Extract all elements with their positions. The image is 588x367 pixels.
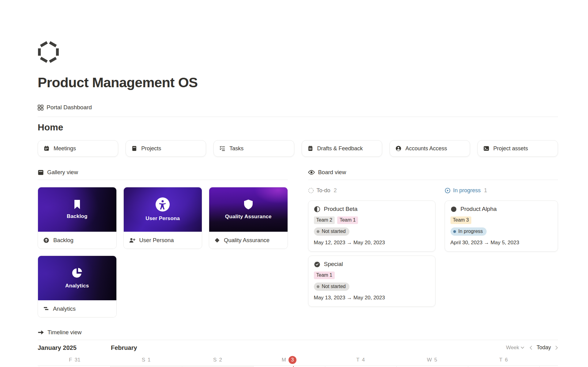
board-view-header[interactable]: Board view	[308, 169, 558, 180]
chevron-left-icon[interactable]	[530, 346, 532, 350]
timeline-view-label: Timeline view	[47, 329, 81, 336]
diamond-icon	[214, 238, 220, 243]
page: Product Management OS Portal Dashboard H…	[0, 0, 588, 367]
timeline-zoom-select[interactable]: Week	[506, 345, 524, 351]
cover-title: Quality Assurance	[225, 214, 272, 220]
status-badge[interactable]: Not started	[314, 227, 349, 236]
timeline-date-row: F31 S1 S2 M3 T4 W5 T6	[39, 354, 539, 365]
timeline-grid-row	[38, 365, 558, 367]
bars-icon	[43, 306, 49, 311]
projects-button[interactable]: Projects	[126, 140, 206, 157]
dashed-circle-icon	[308, 188, 314, 193]
play-circle-icon	[445, 188, 450, 193]
card-date-range: May 13, 2023 → May 20, 2023	[314, 295, 430, 301]
board-column-in-progress: In progress 1 Product Alpha	[445, 187, 558, 307]
status-badge[interactable]: Not started	[314, 283, 349, 291]
board-column-todo: To-do 2 Product Beta T	[308, 187, 435, 307]
tasks-label: Tasks	[229, 145, 243, 152]
status-dot-icon	[453, 230, 456, 233]
day-cell-m3-today[interactable]: M3	[253, 354, 325, 365]
grid-icon	[38, 105, 43, 110]
hexagon-logo-icon	[38, 40, 558, 65]
quick-links-row: Meetings Projects Tasks Drafts & Feedbac…	[38, 140, 558, 157]
gallery-card-title: User Persona	[139, 237, 174, 244]
board-view-label: Board view	[318, 169, 346, 176]
gallery-card-title: Quality Assurance	[224, 237, 270, 244]
gallery-grid: Backlog Backlog User Persona	[38, 187, 288, 317]
tasks-button[interactable]: Tasks	[213, 140, 294, 157]
accounts-access-label: Accounts Access	[405, 145, 447, 152]
gallery-card-title: Analytics	[53, 305, 76, 312]
card-date-range: April 30, 2023 → May 5, 2023	[450, 240, 552, 246]
meetings-button[interactable]: Meetings	[38, 140, 118, 157]
gallery-card-title: Backlog	[53, 237, 74, 244]
tag-team-1[interactable]: Team 1	[337, 216, 358, 224]
day-cell-t4[interactable]: T4	[325, 354, 396, 365]
todo-column-header[interactable]: To-do 2	[308, 187, 435, 194]
tag-team-1[interactable]: Team 1	[314, 272, 335, 279]
in-progress-column-header[interactable]: In progress 1	[445, 187, 558, 194]
card-product-beta[interactable]: Product Beta Team 2 Team 1 Not started M…	[308, 200, 435, 252]
day-cell-w5[interactable]: W5	[396, 354, 468, 365]
today-badge: 3	[288, 356, 296, 364]
tab-label: Portal Dashboard	[47, 104, 92, 111]
card-title: Product Beta	[324, 206, 358, 212]
gallery-card-analytics[interactable]: Analytics Analytics	[38, 256, 117, 317]
card-product-alpha[interactable]: Product Alpha Team 3 In progress April 3…	[445, 200, 558, 252]
pie-chart-icon	[71, 267, 83, 279]
person-plus-icon	[129, 237, 135, 243]
card-special[interactable]: Special Team 1 Not started May 13, 2023 …	[308, 256, 435, 307]
quality-assurance-cover-image: Quality Assurance	[209, 187, 288, 232]
day-cell-s2[interactable]: S2	[182, 354, 253, 365]
tab-portal-dashboard[interactable]: Portal Dashboard	[38, 104, 558, 111]
accounts-access-button[interactable]: Accounts Access	[390, 140, 470, 157]
gallery-card-backlog[interactable]: Backlog Backlog	[38, 187, 117, 249]
arrow-right-icon	[38, 330, 44, 335]
cover-title: User Persona	[145, 215, 180, 222]
status-dot-icon	[317, 285, 319, 288]
accessibility-icon	[156, 197, 170, 212]
header-divider	[38, 117, 558, 117]
gallery-view-header[interactable]: Gallery view	[38, 169, 288, 180]
gallery-card-user-persona[interactable]: User Persona User Persona	[123, 187, 202, 249]
tag-team-2[interactable]: Team 2	[314, 216, 335, 224]
page-title: Product Management OS	[38, 75, 558, 91]
card-date-range: May 12, 2023 → May 20, 2023	[314, 240, 430, 246]
chevron-right-icon[interactable]	[555, 346, 558, 350]
board-view-section: Board view To-do 2	[308, 169, 558, 307]
drafts-feedback-button[interactable]: Drafts & Feedback	[302, 140, 382, 157]
status-badge[interactable]: In progress	[450, 227, 487, 236]
today-button[interactable]: Today	[537, 344, 551, 351]
board-columns: To-do 2 Product Beta T	[308, 187, 558, 307]
gallery-card-quality-assurance[interactable]: Quality Assurance Quality Assurance	[209, 187, 288, 249]
card-title: Product Alpha	[461, 206, 497, 212]
filled-circle-icon	[450, 206, 457, 212]
backlog-cover-image: Backlog	[38, 187, 116, 232]
status-dot-icon	[317, 230, 319, 233]
gallery-view-section: Gallery view Backlog Backlog	[38, 169, 288, 317]
user-persona-cover-image: User Persona	[124, 187, 202, 232]
todo-column-label: To-do	[317, 187, 330, 194]
page-icon[interactable]	[38, 0, 558, 65]
in-progress-count: 1	[484, 187, 487, 194]
project-assets-button[interactable]: Project assets	[477, 140, 558, 157]
calendar-icon	[43, 145, 50, 152]
tag-team-3[interactable]: Team 3	[450, 216, 471, 224]
timeline-month-label: January 2025	[38, 344, 77, 351]
timeline-next-month-label: February	[111, 344, 137, 351]
checklist-icon	[219, 145, 225, 152]
meetings-label: Meetings	[54, 145, 76, 152]
contrast-circle-icon	[314, 206, 320, 212]
notepad-icon	[307, 145, 313, 152]
gallery-view-label: Gallery view	[47, 169, 78, 176]
todo-count: 2	[334, 187, 337, 194]
shield-icon	[244, 199, 253, 210]
in-progress-column-label: In progress	[453, 187, 481, 194]
day-cell-t6[interactable]: T6	[468, 354, 539, 365]
day-cell-f31[interactable]: F31	[39, 354, 110, 365]
chevron-down-icon	[521, 346, 524, 349]
cover-title: Analytics	[65, 283, 89, 289]
timeline-view-header[interactable]: Timeline view	[38, 329, 558, 340]
card-title: Special	[324, 261, 343, 268]
day-cell-s1[interactable]: S1	[110, 354, 182, 365]
